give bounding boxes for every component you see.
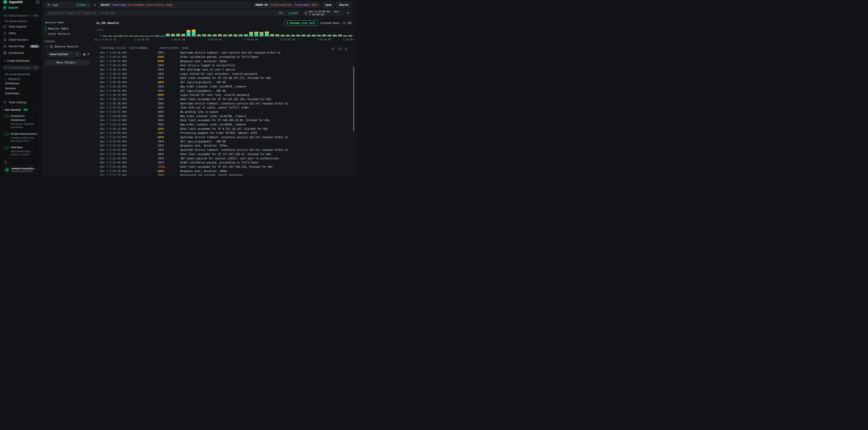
sidebar-item-search[interactable]: Search ⌃	[0, 4, 42, 11]
sidebar-item-clickhouse[interactable]: ClickHouse	[0, 81, 42, 86]
wrap-lines-icon[interactable]	[338, 47, 341, 50]
histogram-bar[interactable]	[129, 29, 133, 36]
histogram-bar[interactable]	[276, 29, 279, 36]
table-row[interactable]: ›|Dec 7 5:59:14.000 PMINFOUser alice_w l…	[93, 63, 355, 68]
collapse-sidebar-icon[interactable]	[36, 0, 39, 4]
saved-searches-input[interactable]: Saved Searches ⌘K	[2, 14, 40, 17]
histogram-bar[interactable]	[348, 29, 352, 36]
date-range-picker[interactable]: Dec 6 18:00:00 - Dec 7 18:00:00	[302, 10, 344, 16]
histogram-bar[interactable]	[228, 29, 232, 36]
row-expand-icon[interactable]: ›	[94, 140, 98, 143]
facet-severitytext[interactable]: SeverityText	[48, 51, 81, 57]
table-row[interactable]: ›|Dec 7 5:52:25.000 PMINFOBackground job…	[93, 173, 355, 176]
table-row[interactable]: ›|Dec 7 5:53:49.000 PMINFOGET /api/v1/pa…	[93, 139, 355, 143]
histogram-bar[interactable]	[176, 29, 180, 36]
table-row[interactable]: ›|Dec 7 5:52:35.000 PMFATALRate limit ex…	[93, 165, 355, 169]
histogram-bar[interactable]	[244, 29, 248, 36]
histogram-bar[interactable]	[150, 29, 154, 36]
lucene-toggle[interactable]: Lucene	[288, 11, 298, 15]
table-row[interactable]: ›|Dec 7 5:56:48.000 PMINFONew order crea…	[93, 85, 355, 89]
column-header-timestamp[interactable]: Timestamp (Local)	[100, 46, 128, 49]
orderby-clause-input[interactable]: ORDER BY (TimestampTime, Timestamp) DESC	[253, 2, 320, 8]
denoise-results-toggle[interactable]: Denoise Results	[45, 45, 90, 48]
histogram-bar[interactable]	[103, 29, 107, 36]
mode-results-table[interactable]: Results Table	[45, 26, 90, 31]
row-expand-icon[interactable]: ›	[94, 165, 98, 168]
histogram-bar[interactable]	[333, 29, 337, 36]
table-row[interactable]: ›|Dec 7 5:55:19.000 PMINFOItem 7525 out …	[93, 106, 355, 110]
row-expand-icon[interactable]: ›	[94, 136, 98, 139]
histogram-bar[interactable]	[317, 29, 321, 36]
histogram-bar[interactable]	[202, 29, 206, 36]
table-row[interactable]: ›|Dec 7 5:56:15.000 PMWARNLogin failed f…	[93, 93, 355, 97]
histogram-plot[interactable]	[102, 29, 352, 36]
histogram-bar[interactable]	[223, 29, 227, 36]
table-row[interactable]: ›|Dec 7 5:54:19.000 PMINFONew order crea…	[93, 123, 355, 127]
get-started-item-sources[interactable]: ✓ Create Data Sources Configure where yo…	[5, 132, 37, 143]
sidebar-item-chart-explorer[interactable]: Chart Explorer	[0, 23, 42, 30]
histogram-bar[interactable]	[134, 29, 138, 36]
help-button[interactable]: ?	[3, 161, 8, 164]
row-expand-icon[interactable]: ›	[94, 73, 98, 75]
create-dashboard-button[interactable]: + Create Dashboard	[0, 58, 42, 64]
table-row[interactable]: ›|Dec 7 5:53:53.000 PMWARNUpstream servi…	[93, 135, 355, 139]
run-query-button[interactable]	[345, 10, 351, 16]
table-row[interactable]: ›|Dec 7 5:54:05.000 PMINFOProcessing pay…	[93, 131, 355, 135]
column-header-body[interactable]: ⣿Body	[180, 46, 355, 49]
histogram-bar[interactable]	[239, 29, 243, 36]
drag-handle-icon[interactable]: ⣿	[128, 47, 130, 49]
table-row[interactable]: ›|Dec 7 5:59:48.000 PMINFOUpstream servi…	[93, 51, 355, 55]
more-filters-button[interactable]: More filters ⌄	[45, 60, 90, 65]
histogram-bar[interactable]	[192, 29, 196, 36]
pin-icon[interactable]	[87, 53, 90, 56]
histogram-bar[interactable]	[155, 29, 159, 36]
table-row[interactable]: ›|Dec 7 5:52:40.000 PMINFOOrder validati…	[93, 161, 355, 165]
row-expand-icon[interactable]: ›	[94, 77, 98, 79]
get-started-item-connect[interactable]: ✓ Connect to ClickHouse Set up your data…	[5, 114, 37, 129]
row-expand-icon[interactable]: ›	[94, 149, 98, 151]
histogram-bar[interactable]	[281, 29, 284, 36]
row-expand-icon[interactable]: ›	[94, 174, 98, 176]
row-expand-icon[interactable]: ›	[94, 157, 98, 160]
checkbox[interactable]	[45, 45, 48, 48]
row-expand-icon[interactable]: ›	[94, 124, 98, 126]
row-expand-icon[interactable]: ›	[94, 153, 98, 155]
row-expand-icon[interactable]: ›	[94, 85, 98, 88]
alerts-button[interactable]: Alerts	[336, 2, 351, 8]
saved-dashboards-input[interactable]: Saved Dashboards ⌘K	[2, 65, 40, 70]
histogram-bar[interactable]	[108, 29, 112, 36]
histogram-bar[interactable]	[234, 29, 238, 36]
histogram-bar[interactable]	[145, 29, 149, 36]
table-scrollbar[interactable]	[353, 66, 354, 131]
chevron-up-icon[interactable]: ⌃	[37, 52, 39, 54]
table-row[interactable]: ›|Dec 7 5:56:12.000 PMINFORate limit exc…	[93, 97, 355, 101]
histogram-bar[interactable]	[296, 29, 300, 36]
row-expand-icon[interactable]: ›	[94, 94, 98, 96]
histogram-bar[interactable]	[302, 29, 305, 36]
chevron-up-icon[interactable]: ⌃	[35, 108, 37, 111]
row-expand-icon[interactable]: ›	[94, 144, 98, 147]
column-header-servicename[interactable]: ⣿ServiceName	[128, 46, 158, 49]
histogram-bar[interactable]	[181, 29, 185, 36]
code-view-icon[interactable]	[331, 47, 335, 50]
table-row[interactable]: ›|Dec 7 5:56:49.000 PMWARNGET /api/v1/pr…	[93, 80, 355, 85]
histogram-bar[interactable]	[249, 29, 253, 36]
row-expand-icon[interactable]: ›	[94, 170, 98, 172]
table-row[interactable]: ›|Dec 7 5:59:47.000 PMWARNOrder validati…	[93, 55, 355, 59]
row-expand-icon[interactable]: ›	[94, 161, 98, 164]
row-expand-icon[interactable]: ›	[94, 115, 98, 117]
row-expand-icon[interactable]: ›	[94, 102, 98, 105]
histogram-bar[interactable]	[254, 29, 258, 36]
row-expand-icon[interactable]: ›	[94, 132, 98, 134]
sidebar-item-kubernetes[interactable]: Kubernetes	[0, 91, 42, 96]
histogram-bar[interactable]	[208, 29, 212, 36]
histogram-bar[interactable]	[265, 29, 269, 36]
table-row[interactable]: ›|Dec 7 5:53:34.000 PMINFOResponse sent,…	[93, 143, 355, 148]
row-expand-icon[interactable]: ›	[94, 64, 98, 67]
table-row[interactable]: ›|Dec 7 5:55:07.000 PMINFONo pending job…	[93, 110, 355, 114]
table-row[interactable]: ›|Dec 7 5:54:48.000 PMINFONew order crea…	[93, 114, 355, 118]
sidebar-item-dashboards[interactable]: Dashboards ⌃	[0, 49, 42, 56]
get-started-item-add-data[interactable]: ✓ Add Data Start sending logs, metrics, …	[5, 145, 37, 156]
download-icon[interactable]	[344, 47, 348, 50]
row-expand-icon[interactable]: ›	[94, 110, 98, 113]
